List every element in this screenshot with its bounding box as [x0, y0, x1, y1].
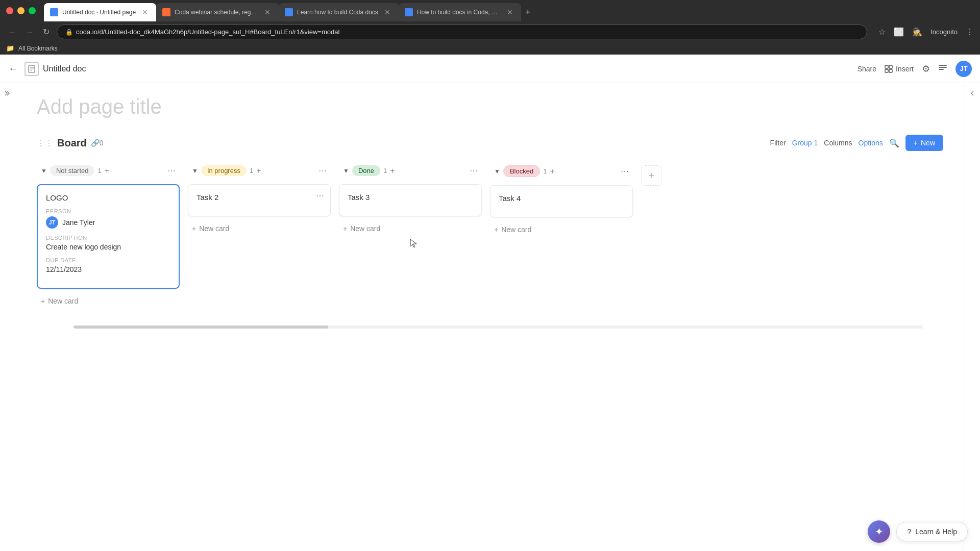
board-count: 0 — [100, 139, 104, 147]
tab-close-btn[interactable]: ✕ — [505, 7, 515, 17]
board-link-icon[interactable]: 🔗 — [91, 139, 100, 147]
window-close-btn[interactable] — [6, 7, 13, 14]
tab-favicon — [405, 8, 413, 16]
share-button[interactable]: Share — [857, 65, 876, 73]
new-card-label: New card — [350, 224, 380, 233]
column-toggle-not-started[interactable]: ▼ — [41, 167, 47, 174]
window-minimize-btn[interactable] — [17, 7, 24, 14]
tab-close-btn[interactable]: ✕ — [262, 7, 273, 17]
window-maximize-btn[interactable] — [29, 7, 36, 14]
column-in-progress: ▼ In progress 1 + ⋯ Task 2 ⋯ + New card — [188, 161, 331, 309]
column-more-btn-not-started[interactable]: ⋯ — [167, 166, 176, 176]
svg-rect-5 — [889, 65, 892, 68]
settings-button[interactable]: ⚙ — [922, 63, 930, 74]
column-more-btn-in-progress[interactable]: ⋯ — [318, 166, 327, 176]
more-options-icon[interactable]: ⋮ — [966, 27, 974, 37]
back-nav-btn[interactable]: ← — [6, 26, 18, 39]
column-header-blocked: ▼ Blocked 1 + ⋯ — [490, 161, 633, 181]
column-add-card-btn-done[interactable]: + — [390, 166, 395, 176]
bookmark-star-icon[interactable]: ☆ — [878, 27, 886, 37]
card-task2[interactable]: Task 2 ⋯ — [188, 184, 331, 216]
board-columns: ▼ Not started 1 + ⋯ LOGO PERSON JT Jane … — [37, 161, 943, 317]
view-toggle-btn[interactable] — [938, 63, 947, 74]
tab-how-to[interactable]: How to build docs in Coda, cre... ✕ — [399, 3, 521, 21]
new-card-label: New card — [48, 297, 78, 305]
search-button[interactable]: 🔍 — [889, 138, 899, 148]
column-count-blocked: 1 — [543, 167, 547, 175]
columns-button[interactable]: Columns — [824, 139, 852, 147]
new-card-plus: + — [192, 224, 196, 233]
tab-webinar[interactable]: Coda webinar schedule, regist... ✕ — [156, 3, 279, 21]
card-person-value: JT Jane Tyler — [46, 216, 170, 229]
browser-extension-icon[interactable]: ⬜ — [894, 27, 904, 37]
new-card-btn-blocked[interactable]: + New card — [490, 221, 633, 238]
horizontal-scrollbar[interactable] — [74, 325, 923, 329]
column-badge-in-progress: In progress — [201, 165, 247, 176]
group-button[interactable]: Group 1 — [792, 139, 818, 147]
card-task3[interactable]: Task 3 — [339, 184, 482, 216]
learn-help-btn[interactable]: ? Learn & Help — [896, 522, 968, 541]
board-header: ⋮⋮ Board 🔗 0 Filter Group 1 Columns Opti… — [37, 135, 943, 151]
doc-title: Untitled doc — [43, 64, 86, 73]
ai-assistant-btn[interactable]: ✦ — [868, 520, 890, 543]
new-card-btn-done[interactable]: + New card — [339, 220, 482, 237]
column-count-done: 1 — [383, 167, 387, 174]
card-title-task3: Task 3 — [348, 193, 473, 202]
address-bar[interactable]: 🔒 coda.io/d/Untitled-doc_dk4MaGh2h6p/Unt… — [57, 24, 867, 39]
incognito-icon[interactable]: 🕵 — [912, 27, 922, 37]
column-done: ▼ Done 1 + ⋯ Task 3 + New card — [339, 161, 482, 309]
filter-button[interactable]: Filter — [770, 139, 786, 147]
new-tab-btn[interactable]: + — [521, 5, 535, 20]
new-record-button[interactable]: + New — [905, 135, 943, 151]
new-card-plus: + — [343, 224, 347, 233]
board-drag-handle[interactable]: ⋮⋮ — [37, 138, 53, 148]
svg-rect-4 — [885, 65, 888, 68]
forward-nav-btn[interactable]: → — [23, 26, 36, 39]
card-title-logo: LOGO — [46, 193, 170, 202]
options-button[interactable]: Options — [859, 139, 883, 147]
right-sidebar-toggle-btn[interactable] — [964, 83, 980, 551]
column-toggle-in-progress[interactable]: ▼ — [192, 167, 198, 174]
help-icon: ? — [907, 528, 911, 536]
scrollbar-thumb — [74, 325, 328, 329]
new-card-btn-in-progress[interactable]: + New card — [188, 220, 331, 237]
insert-icon — [885, 65, 893, 73]
new-btn-plus: + — [914, 139, 918, 147]
tab-title: Untitled doc · Untitled page — [62, 9, 136, 16]
column-header-not-started: ▼ Not started 1 + ⋯ — [37, 161, 180, 180]
card-task4[interactable]: Task 4 — [490, 185, 633, 217]
column-add-card-btn-not-started[interactable]: + — [105, 166, 109, 176]
user-avatar[interactable]: JT — [955, 61, 972, 77]
column-add-card-btn-blocked[interactable]: + — [550, 167, 554, 176]
column-badge-blocked: Blocked — [503, 165, 540, 177]
reload-btn[interactable]: ↻ — [41, 25, 52, 39]
add-column-btn[interactable]: + — [641, 165, 662, 186]
card-title-task2: Task 2 — [197, 193, 322, 202]
sidebar-toggle-btn[interactable] — [0, 83, 16, 551]
new-card-label: New card — [501, 226, 531, 234]
insert-button[interactable]: Insert — [885, 65, 914, 73]
tab-close-btn[interactable]: ✕ — [140, 7, 150, 17]
tab-untitled-doc[interactable]: Untitled doc · Untitled page ✕ — [44, 3, 156, 21]
new-card-btn-not-started[interactable]: + New card — [37, 293, 180, 309]
lock-icon: 🔒 — [65, 29, 73, 36]
card-more-btn-task2[interactable]: ⋯ — [316, 191, 324, 201]
new-card-plus: + — [41, 297, 45, 305]
card-logo[interactable]: LOGO PERSON JT Jane Tyler DESCRIPTION Cr… — [37, 184, 180, 289]
column-add-card-btn-in-progress[interactable]: + — [256, 166, 261, 176]
svg-rect-10 — [939, 69, 944, 70]
column-more-btn-blocked[interactable]: ⋯ — [621, 166, 629, 176]
tab-learn[interactable]: Learn how to build Coda docs ✕ — [279, 3, 399, 21]
svg-rect-9 — [939, 67, 947, 68]
column-toggle-done[interactable]: ▼ — [343, 167, 349, 174]
bookmarks-bar: 📁 All Bookmarks — [0, 42, 980, 55]
back-btn[interactable]: ← — [8, 63, 18, 74]
tab-close-btn[interactable]: ✕ — [382, 7, 393, 17]
column-toggle-blocked[interactable]: ▼ — [494, 168, 500, 175]
tab-title: Learn how to build Coda docs — [297, 9, 378, 16]
column-count-not-started: 1 — [97, 167, 101, 174]
column-more-btn-done[interactable]: ⋯ — [470, 166, 478, 176]
address-bar-row: ← → ↻ 🔒 coda.io/d/Untitled-doc_dk4MaGh2h… — [0, 21, 980, 42]
page-title-placeholder[interactable]: Add page title — [37, 95, 943, 118]
board-title: Board — [57, 137, 87, 149]
